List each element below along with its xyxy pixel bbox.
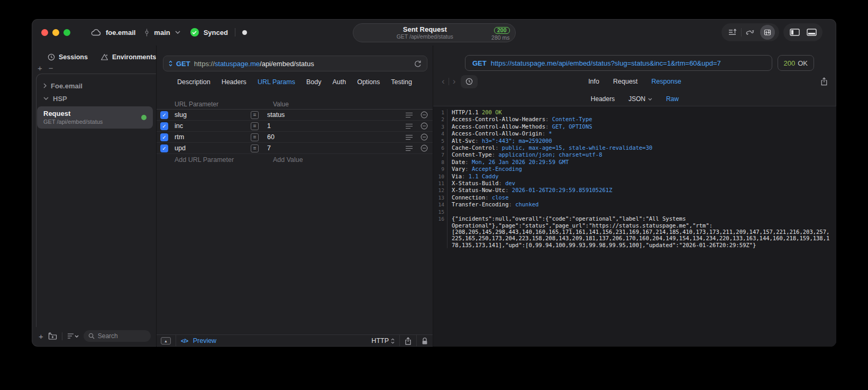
zoom-button[interactable] <box>63 29 70 36</box>
response-body[interactable]: 1 HTTP/1.1 200 OK 2 Access-Control-Allow… <box>433 106 836 347</box>
param-checkbox[interactable]: ✓ <box>160 133 168 141</box>
project-name[interactable]: foe.email <box>106 29 135 37</box>
request-list-item[interactable]: Request GET /api/embed/status <box>37 106 153 129</box>
response-json-body: {"incidents":null,"overall":{"code":"ope… <box>447 215 836 248</box>
tab-environments-label: Environments <box>112 53 156 61</box>
param-value-field[interactable]: status <box>263 111 402 119</box>
tab-info[interactable]: Info <box>588 78 599 85</box>
history-button[interactable] <box>461 75 478 88</box>
environments-icon <box>100 53 108 61</box>
history-forward-button[interactable]: › <box>453 76 456 87</box>
sort-options-icon[interactable] <box>67 333 79 339</box>
tab-request[interactable]: Request <box>613 78 638 85</box>
lock-icon[interactable] <box>422 337 428 345</box>
transfer-icon <box>763 28 772 37</box>
request-status-dot <box>141 115 147 120</box>
equals-icon: = <box>251 122 259 130</box>
tree-group-label: HSP <box>53 95 67 103</box>
titlebar: foe.email main Synced Sent Request <box>32 19 836 46</box>
method-selector-icon[interactable] <box>169 60 172 67</box>
desktop: foe.email main Synced Sent Request <box>0 0 868 390</box>
footer-divider <box>62 332 62 340</box>
close-button[interactable] <box>41 29 48 36</box>
param-value-field[interactable]: 60 <box>263 133 402 141</box>
request-editor-footer: ▲ </> Preview HTTP <box>157 334 433 347</box>
search-input[interactable] <box>98 332 146 340</box>
remove-session-button[interactable]: − <box>49 65 53 72</box>
code-line: 14 Transfer-Encoding: chunked <box>433 201 836 208</box>
param-name-field[interactable]: upd <box>172 144 251 152</box>
tab-sessions[interactable]: Sessions <box>48 53 88 61</box>
request-url[interactable]: https://statuspage.me/api/embed/status <box>194 60 314 68</box>
request-summary-pill[interactable]: Sent Request GET /api/embed/status 200 2… <box>353 23 516 42</box>
sync-transfer-button[interactable] <box>760 25 775 40</box>
remove-param-icon[interactable] <box>416 144 433 152</box>
json-chevron-down-icon <box>648 98 652 101</box>
remove-param-icon[interactable] <box>416 111 433 119</box>
tab-testing[interactable]: Testing <box>391 78 412 86</box>
code-line: 3 Access-Control-Allow-Methods: GET, OPT… <box>433 123 836 130</box>
new-request-button[interactable]: + <box>39 332 43 341</box>
add-url-parameter-field[interactable]: Add URL Parameter <box>172 156 251 164</box>
param-detail-icon[interactable] <box>402 146 416 151</box>
line-number: 13 <box>433 194 447 201</box>
remove-param-icon[interactable] <box>416 133 433 141</box>
param-name-field[interactable]: inc <box>172 122 251 130</box>
expand-response-button[interactable]: ▲ <box>161 337 171 344</box>
subtab-raw[interactable]: Raw <box>666 95 679 103</box>
protocol-selector[interactable]: HTTP <box>371 337 395 344</box>
column-value: Value <box>263 101 402 108</box>
tab-url-params[interactable]: URL Params <box>258 78 295 86</box>
subtab-json[interactable]: JSON <box>628 95 652 103</box>
request-duration: 280 ms <box>491 35 509 41</box>
export-share-icon[interactable] <box>820 77 828 86</box>
tab-body[interactable]: Body <box>306 78 322 86</box>
param-detail-icon[interactable] <box>402 134 416 140</box>
flow-button[interactable] <box>742 24 759 40</box>
tree-group-hsp[interactable]: HSP <box>36 92 156 105</box>
param-checkbox[interactable]: ✓ <box>160 111 168 119</box>
remove-param-icon[interactable] <box>416 122 433 130</box>
project-cluster: foe.email main Synced <box>91 19 247 46</box>
search-bar[interactable] <box>84 330 151 342</box>
history-back-button[interactable]: ‹ <box>442 76 445 87</box>
toggle-bottom-panel-button[interactable] <box>803 24 820 40</box>
tab-headers[interactable]: Headers <box>222 78 246 86</box>
sync-status[interactable]: Synced <box>204 29 228 37</box>
protocol-label: HTTP <box>371 337 389 344</box>
add-session-button[interactable]: + <box>38 65 42 72</box>
param-value-field[interactable]: 7 <box>263 144 402 152</box>
tree-group-foe-email[interactable]: Foe.email <box>36 79 156 92</box>
preview-button[interactable]: Preview <box>193 337 216 344</box>
session-indicator-dot <box>242 30 247 35</box>
param-value-field[interactable]: 1 <box>263 122 402 130</box>
toggle-sidebar-button[interactable] <box>786 24 803 40</box>
tab-description[interactable]: Description <box>177 78 211 86</box>
new-folder-icon[interactable] <box>48 332 57 340</box>
subtab-headers[interactable]: Headers <box>591 95 615 103</box>
param-detail-icon[interactable] <box>402 112 416 118</box>
tab-environments[interactable]: Environments <box>100 53 156 61</box>
param-name-field[interactable]: slug <box>172 111 251 119</box>
param-checkbox[interactable]: ✓ <box>160 144 168 152</box>
param-checkbox[interactable]: ✓ <box>160 122 168 130</box>
request-url-bar[interactable]: GET https://statuspage.me/api/embed/stat… <box>163 56 427 71</box>
request-method[interactable]: GET <box>176 60 190 68</box>
minimize-button[interactable] <box>52 29 59 36</box>
tab-options[interactable]: Options <box>357 78 380 86</box>
code-line: 2 Access-Control-Allow-Headers: Content-… <box>433 116 836 123</box>
param-detail-icon[interactable] <box>402 123 416 129</box>
branch-name[interactable]: main <box>154 29 170 37</box>
tab-auth[interactable]: Auth <box>332 78 346 86</box>
param-name-field[interactable]: rtm <box>172 133 251 141</box>
code-line: 7 Content-Type: application/json; charse… <box>433 151 836 158</box>
tab-response[interactable]: Response <box>652 78 681 85</box>
share-icon[interactable] <box>405 337 412 345</box>
footer-divider <box>399 335 400 347</box>
sent-request-url-box[interactable]: GET https://statuspage.me/api/embed/stat… <box>465 55 772 71</box>
import-button[interactable] <box>724 24 741 40</box>
branch-chevron-down-icon[interactable] <box>175 31 180 34</box>
reload-icon[interactable] <box>414 60 422 68</box>
footer-divider <box>176 335 176 347</box>
add-value-field[interactable]: Add Value <box>263 156 402 164</box>
